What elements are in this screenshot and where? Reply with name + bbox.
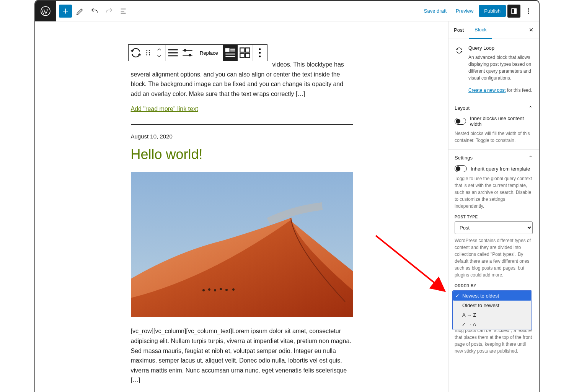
order-option-za[interactable]: Z → A	[453, 320, 531, 329]
svg-rect-17	[240, 54, 244, 58]
move-up-button[interactable]	[154, 46, 165, 53]
order-option-az[interactable]: A → Z	[453, 310, 531, 320]
inner-blocks-width-toggle[interactable]	[455, 118, 466, 125]
svg-point-13	[189, 54, 191, 56]
query-loop-icon[interactable]	[129, 45, 143, 61]
more-options-button[interactable]	[522, 5, 535, 18]
preview-button[interactable]: Preview	[452, 6, 477, 16]
editor-topbar: Save draft Preview Publish	[35, 1, 539, 21]
svg-point-20	[259, 52, 261, 54]
settings-sidebar: Post Block × Query Loop An advanced bloc…	[448, 21, 539, 392]
block-card: Query Loop An advanced block that allows…	[448, 39, 539, 100]
document-overview-button[interactable]	[117, 5, 130, 18]
tab-post[interactable]: Post	[448, 21, 469, 39]
display-settings-button[interactable]	[180, 45, 195, 61]
svg-rect-2	[514, 8, 517, 13]
sticky-help-text: Blog posts can be "stickied", a feature …	[455, 327, 533, 355]
layout-help-text: Nested blocks will fill the width of thi…	[455, 130, 533, 144]
svg-point-24	[208, 288, 210, 291]
redo-button[interactable]	[103, 5, 116, 18]
block-name: Query Loop	[468, 45, 533, 51]
post-type-help-text: WordPress contains different types of co…	[455, 237, 533, 278]
chevron-up-icon: ⌃	[528, 105, 533, 111]
post-type-select[interactable]: Post	[455, 221, 533, 234]
add-block-button[interactable]	[59, 5, 72, 18]
edit-tools-button[interactable]	[73, 5, 86, 18]
svg-point-25	[214, 289, 216, 291]
order-option-oldest[interactable]: Oldest to newest	[453, 301, 531, 310]
block-toolbar: Replace	[128, 44, 267, 61]
post-excerpt-2[interactable]: [vc_row][vc_column][vc_column_text]Lorem…	[131, 326, 353, 385]
post-excerpt[interactable]: videos. This blocktype has several align…	[131, 60, 353, 99]
svg-point-26	[220, 288, 222, 290]
svg-point-3	[528, 8, 529, 10]
svg-rect-18	[245, 54, 249, 58]
grid-view-button[interactable]	[238, 45, 252, 61]
read-more-link[interactable]: Add "read more" link text	[131, 106, 198, 112]
post-type-label: POST TYPE	[455, 215, 533, 219]
svg-rect-16	[245, 48, 249, 52]
svg-point-7	[149, 50, 150, 51]
inherit-help-text: Toggle to use the global query context t…	[455, 175, 533, 210]
chevron-up-icon: ⌃	[528, 155, 533, 161]
annotation-arrow	[372, 232, 456, 301]
svg-line-29	[376, 236, 445, 291]
svg-rect-15	[240, 48, 244, 52]
tab-block[interactable]: Block	[469, 21, 492, 39]
settings-panel-toggle[interactable]	[507, 5, 520, 18]
svg-point-11	[149, 54, 150, 55]
svg-point-19	[259, 48, 261, 50]
post-date[interactable]: August 10, 2020	[131, 133, 353, 140]
svg-point-9	[149, 52, 150, 54]
query-loop-icon	[455, 46, 464, 55]
separator	[131, 124, 353, 125]
svg-point-27	[225, 289, 228, 291]
settings-panel-toggle[interactable]: Settings ⌃	[455, 155, 533, 161]
featured-image[interactable]	[131, 172, 353, 317]
svg-point-6	[146, 50, 147, 51]
drag-handle-icon[interactable]	[143, 45, 153, 61]
block-description: An advanced block that allows displaying…	[468, 54, 533, 81]
svg-point-23	[202, 289, 205, 291]
layout-panel-toggle[interactable]: Layout ⌃	[455, 105, 533, 111]
editor-canvas[interactable]: Replace videos. This blocktype has sever…	[35, 21, 448, 392]
create-post-link[interactable]: Create a new post	[468, 88, 506, 93]
svg-point-12	[184, 49, 186, 52]
order-by-dropdown[interactable]: Newest to oldest Oldest to newest A → Z …	[452, 290, 532, 330]
svg-point-4	[528, 10, 529, 11]
svg-point-21	[259, 55, 261, 57]
move-down-button[interactable]	[154, 53, 165, 60]
replace-button[interactable]: Replace	[195, 45, 223, 61]
list-view-button[interactable]	[223, 45, 238, 61]
order-option-newest[interactable]: Newest to oldest	[453, 291, 531, 301]
close-sidebar-button[interactable]: ×	[523, 26, 539, 34]
toggle-label: Inherit query from template	[471, 166, 530, 172]
svg-point-28	[232, 288, 235, 291]
publish-button[interactable]: Publish	[479, 5, 506, 17]
svg-point-5	[528, 13, 529, 14]
post-title[interactable]: Hello world!	[131, 146, 353, 163]
inherit-query-toggle[interactable]	[455, 165, 467, 172]
wordpress-logo[interactable]	[35, 1, 56, 21]
undo-button[interactable]	[88, 5, 101, 18]
align-button[interactable]	[166, 45, 180, 61]
order-by-label: ORDER BY	[455, 284, 533, 288]
save-draft-button[interactable]: Save draft	[420, 6, 450, 16]
svg-point-8	[146, 52, 147, 54]
toggle-label: Inner blocks use content width	[470, 115, 533, 127]
svg-point-10	[146, 54, 147, 55]
block-more-options-button[interactable]	[253, 45, 267, 61]
svg-rect-14	[225, 49, 229, 52]
